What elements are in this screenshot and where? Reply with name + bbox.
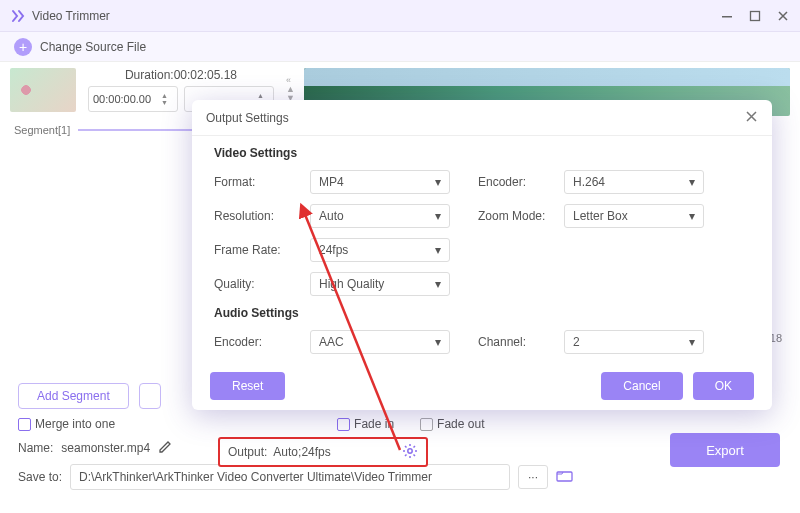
- audio-settings-heading: Audio Settings: [214, 306, 750, 320]
- quality-label: Quality:: [214, 277, 310, 291]
- dialog-header: Output Settings: [192, 100, 772, 136]
- add-source-icon[interactable]: +: [14, 38, 32, 56]
- fadeout-checkbox[interactable]: Fade out: [420, 417, 484, 431]
- open-folder-icon[interactable]: [556, 469, 574, 486]
- resolution-label: Resolution:: [214, 209, 310, 223]
- fadein-checkbox[interactable]: Fade in: [337, 417, 394, 431]
- resolution-select[interactable]: Auto▾: [310, 204, 450, 228]
- framerate-select[interactable]: 24fps▾: [310, 238, 450, 262]
- saveto-label: Save to:: [18, 470, 62, 484]
- edit-name-icon[interactable]: [158, 439, 172, 456]
- fadein-label: Fade in: [354, 417, 394, 431]
- chevron-down-icon: ▾: [435, 335, 441, 349]
- svg-rect-1: [751, 11, 760, 20]
- chevron-down-icon: ▾: [689, 335, 695, 349]
- dialog-body: Video Settings Format: MP4▾ Encoder: H.2…: [192, 136, 772, 362]
- video-encoder-select[interactable]: H.264▾: [564, 170, 704, 194]
- maximize-icon[interactable]: [748, 9, 762, 23]
- app-title: Video Trimmer: [32, 9, 110, 23]
- channel-label: Channel:: [478, 335, 564, 349]
- output-settings-gear-icon[interactable]: [402, 443, 418, 462]
- ok-button[interactable]: OK: [693, 372, 754, 400]
- dialog-title: Output Settings: [206, 111, 745, 125]
- format-label: Format:: [214, 175, 310, 189]
- checkbox-icon: [337, 418, 350, 431]
- quality-select[interactable]: High Quality▾: [310, 272, 450, 296]
- output-summary-box: Output: Auto;24fps: [218, 437, 428, 467]
- chevron-down-icon: ▾: [435, 175, 441, 189]
- clip-thumbnail[interactable]: [10, 68, 76, 112]
- merge-label: Merge into one: [35, 417, 115, 431]
- segment-label: Segment[1]: [14, 124, 70, 136]
- checkbox-icon: [420, 418, 433, 431]
- merge-checkbox[interactable]: Merge into one: [18, 417, 115, 431]
- checkbox-icon: [18, 418, 31, 431]
- output-settings-dialog: Output Settings Video Settings Format: M…: [192, 100, 772, 410]
- change-source-bar: + Change Source File: [0, 32, 800, 62]
- dialog-footer: Reset Cancel OK: [192, 362, 772, 410]
- fadeout-label: Fade out: [437, 417, 484, 431]
- audio-encoder-select[interactable]: AAC▾: [310, 330, 450, 354]
- format-select[interactable]: MP4▾: [310, 170, 450, 194]
- zoommode-select[interactable]: Letter Box▾: [564, 204, 704, 228]
- chevron-down-icon: ▾: [435, 209, 441, 223]
- video-settings-heading: Video Settings: [214, 146, 750, 160]
- save-path-input[interactable]: D:\ArkThinker\ArkThinker Video Converter…: [70, 464, 510, 490]
- chevron-down-icon: ▾: [689, 209, 695, 223]
- file-name: seamonster.mp4: [61, 441, 150, 455]
- svg-rect-2: [557, 472, 572, 481]
- secondary-button[interactable]: [139, 383, 161, 409]
- svg-rect-0: [722, 16, 732, 18]
- cancel-button[interactable]: Cancel: [601, 372, 682, 400]
- audio-encoder-label: Encoder:: [214, 335, 310, 349]
- spinner-icon[interactable]: ▲▼: [161, 92, 173, 106]
- app-logo-icon: [10, 8, 26, 24]
- reset-button[interactable]: Reset: [210, 372, 285, 400]
- minimize-icon[interactable]: [720, 9, 734, 23]
- chevron-down-icon: ▾: [689, 175, 695, 189]
- duration-label: Duration:00:02:05.18: [125, 68, 237, 82]
- change-source-label[interactable]: Change Source File: [40, 40, 146, 54]
- browse-button[interactable]: ···: [518, 465, 548, 489]
- chevron-down-icon: ▾: [435, 277, 441, 291]
- zoommode-label: Zoom Mode:: [478, 209, 564, 223]
- svg-point-3: [408, 448, 412, 452]
- channel-select[interactable]: 2▾: [564, 330, 704, 354]
- export-button[interactable]: Export: [670, 433, 780, 467]
- framerate-label: Frame Rate:: [214, 243, 310, 257]
- save-path-value: D:\ArkThinker\ArkThinker Video Converter…: [79, 470, 432, 484]
- output-label: Output:: [228, 445, 267, 459]
- start-time-input[interactable]: 00:00:00.00 ▲▼: [88, 86, 178, 112]
- add-segment-button[interactable]: Add Segment: [18, 383, 129, 409]
- chevron-down-icon: ▾: [435, 243, 441, 257]
- start-time-value: 00:00:00.00: [93, 93, 161, 105]
- output-value: Auto;24fps: [273, 445, 396, 459]
- close-icon[interactable]: [776, 9, 790, 23]
- encoder-label: Encoder:: [478, 175, 564, 189]
- name-label: Name:: [18, 441, 53, 455]
- dialog-close-icon[interactable]: [745, 110, 758, 126]
- title-bar: Video Trimmer: [0, 0, 800, 32]
